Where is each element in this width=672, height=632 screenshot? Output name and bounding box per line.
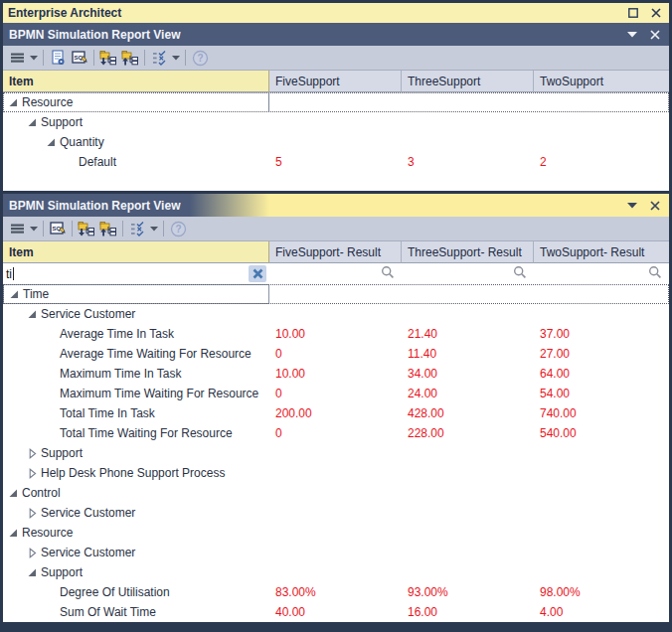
filter-input-threesupport-result[interactable]: [402, 263, 534, 284]
tree-row-service-customer[interactable]: Service Customer: [3, 503, 669, 523]
dropdown-caret-icon[interactable]: [28, 48, 40, 69]
filter-input-item[interactable]: ti: [3, 263, 269, 284]
help-icon[interactable]: ?: [189, 48, 211, 69]
value-cell: [534, 463, 669, 483]
value-cell: 10.00: [269, 364, 402, 384]
dropdown-caret-icon[interactable]: [28, 219, 40, 239]
tree-row-support[interactable]: Support: [3, 562, 669, 582]
empty-grid-area: [3, 172, 669, 191]
value-cell: 740.00: [534, 403, 669, 423]
clear-filter-icon[interactable]: [249, 265, 266, 282]
collapse-toggle-icon[interactable]: [7, 488, 20, 499]
tree-row-average-time-waiting-for-resource[interactable]: Average Time Waiting For Resource011.402…: [3, 344, 669, 364]
column-header-item[interactable]: Item: [3, 241, 269, 263]
tree-row-sum-of-wait-time[interactable]: Sum Of Wait Time40.0016.004.00: [3, 602, 669, 622]
hamburger-menu-icon[interactable]: [6, 48, 28, 69]
tree-row-control[interactable]: Control: [3, 483, 669, 503]
tree-row-support[interactable]: Support: [3, 112, 669, 132]
sql-editor-icon[interactable]: SQL: [69, 48, 90, 69]
tree-row-default[interactable]: Default532: [3, 152, 669, 172]
panel-menu-dropdown-icon[interactable]: [623, 198, 640, 213]
column-header-fivesupport-result[interactable]: FiveSupport- Result: [269, 241, 402, 263]
value-cell: 0: [269, 344, 402, 364]
expand-all-icon[interactable]: [97, 48, 119, 69]
search-icon[interactable]: [381, 265, 395, 282]
value-cell: [269, 92, 402, 112]
tree-row-label: Maximum Time In Task: [60, 367, 181, 381]
collapse-all-icon[interactable]: [97, 219, 119, 239]
tree-row-degree-of-utilisation[interactable]: Degree Of Utilisation83.00%93.00%98.00%: [3, 582, 669, 602]
field-chooser-icon[interactable]: [148, 48, 170, 69]
tree-row-time[interactable]: Time: [3, 284, 669, 304]
filter-input-twosupport-result[interactable]: [534, 263, 669, 284]
collapse-toggle-icon[interactable]: [8, 289, 21, 300]
filter-input-fivesupport-result[interactable]: [269, 263, 402, 284]
tree-row-total-time-waiting-for-resource[interactable]: Total Time Waiting For Resource0228.0054…: [3, 423, 669, 443]
expand-toggle-icon[interactable]: [26, 468, 39, 479]
toolbar-separator: [122, 221, 123, 237]
window-title: Enterprise Architect: [8, 6, 618, 20]
value-cell: [269, 132, 402, 152]
value-cell: [534, 443, 669, 463]
collapse-all-icon[interactable]: [119, 48, 141, 69]
close-icon[interactable]: [647, 6, 664, 21]
search-icon[interactable]: [513, 265, 527, 282]
value-cell: 10.00: [269, 324, 402, 344]
tree-row-maximum-time-waiting-for-resource[interactable]: Maximum Time Waiting For Resource024.005…: [3, 384, 669, 403]
value-cell: [534, 483, 669, 503]
panel-menu-dropdown-icon[interactable]: [623, 27, 640, 42]
no-toggle-spacer: [45, 408, 58, 419]
report-document-icon[interactable]: [47, 48, 69, 69]
column-header-threesupport-result[interactable]: ThreeSupport- Result: [402, 241, 534, 263]
value-cell: [402, 284, 534, 304]
tree-row-service-customer[interactable]: Service Customer: [3, 543, 669, 562]
item-cell: Service Customer: [3, 503, 269, 523]
panel-close-icon[interactable]: [646, 198, 663, 213]
collapse-toggle-icon[interactable]: [7, 97, 20, 108]
filter-row: ti: [3, 263, 669, 284]
maximize-button[interactable]: [624, 6, 641, 21]
value-cell: [402, 112, 534, 132]
expand-toggle-icon[interactable]: [26, 508, 39, 519]
sql-editor-icon[interactable]: SQL: [47, 219, 69, 239]
tree-row-resource[interactable]: Resource: [3, 92, 669, 112]
tree-row-average-time-in-task[interactable]: Average Time In Task10.0021.4037.00: [3, 324, 669, 344]
search-icon[interactable]: [648, 265, 662, 282]
column-header-item[interactable]: Item: [3, 71, 269, 92]
panel-close-icon[interactable]: [646, 27, 663, 42]
value-cell: [402, 463, 534, 483]
column-header-twosupport-result[interactable]: TwoSupport- Result: [534, 241, 669, 263]
hamburger-menu-icon[interactable]: [6, 219, 28, 239]
tree-row-service-customer[interactable]: Service Customer: [3, 304, 669, 324]
tree-row-resource[interactable]: Resource: [3, 523, 669, 543]
panel-title-bar: BPMN Simulation Report View: [3, 23, 669, 46]
column-header-twosupport[interactable]: TwoSupport: [534, 71, 669, 92]
value-cell: [534, 304, 669, 324]
expand-all-icon[interactable]: [76, 219, 97, 239]
collapse-toggle-icon[interactable]: [26, 567, 39, 578]
value-cell: [402, 443, 534, 463]
dropdown-caret-icon[interactable]: [170, 48, 182, 69]
collapse-toggle-icon[interactable]: [7, 528, 20, 539]
help-icon[interactable]: ?: [167, 219, 189, 239]
tree-row-help-desk-phone-support-process[interactable]: Help Desk Phone Support Process: [3, 463, 669, 483]
tree-row-total-time-in-task[interactable]: Total Time In Task200.00428.00740.00: [3, 403, 669, 423]
value-cell: 98.00%: [534, 582, 669, 602]
column-header-row: ItemFiveSupport- ResultThreeSupport- Res…: [3, 241, 669, 263]
value-cell: [269, 463, 402, 483]
no-toggle-spacer: [45, 369, 58, 380]
tree-row-quantity[interactable]: Quantity: [3, 132, 669, 152]
expand-toggle-icon[interactable]: [26, 448, 39, 459]
collapse-toggle-icon[interactable]: [26, 309, 39, 320]
field-chooser-icon[interactable]: [126, 219, 148, 239]
column-header-fivesupport[interactable]: FiveSupport: [269, 71, 402, 92]
collapse-toggle-icon[interactable]: [26, 117, 39, 128]
dropdown-caret-icon[interactable]: [148, 219, 160, 239]
collapse-toggle-icon[interactable]: [45, 137, 58, 148]
tree-row-support[interactable]: Support: [3, 443, 669, 463]
value-cell: 40.00: [269, 602, 402, 622]
expand-toggle-icon[interactable]: [26, 548, 39, 558]
column-header-threesupport[interactable]: ThreeSupport: [402, 71, 534, 92]
tree-row-maximum-time-in-task[interactable]: Maximum Time In Task10.0034.0064.00: [3, 364, 669, 384]
value-cell: 24.00: [402, 384, 534, 403]
